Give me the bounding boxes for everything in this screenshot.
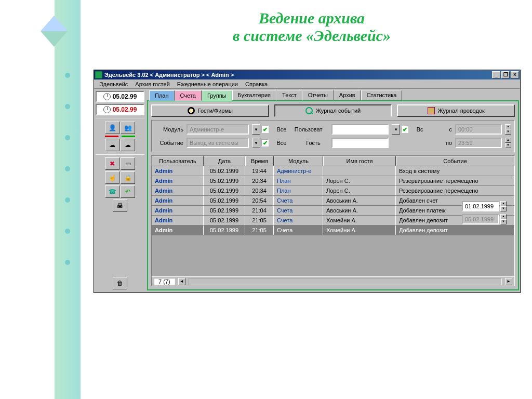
toolbar-btn-cloud2[interactable]: ☁ xyxy=(121,139,135,151)
cell-time: 21:05 xyxy=(245,216,274,225)
col-time[interactable]: Время xyxy=(245,156,274,166)
date-badge-secondary[interactable]: 05.02.99 xyxy=(96,104,144,115)
table-row[interactable]: Admin05.02.199920:54СчетаАвоськин А.Доба… xyxy=(152,196,514,206)
subtab-journal[interactable]: Журнал событий xyxy=(274,104,392,117)
tab-groups[interactable]: Группы xyxy=(202,90,232,101)
toolbar-btn-person[interactable]: 👤 xyxy=(105,122,119,134)
cell-module: Администр-е xyxy=(274,166,323,176)
to-date[interactable]: 05.02.1999 xyxy=(462,214,499,224)
cell-date: 05.02.1999 xyxy=(204,196,245,205)
tab-stats[interactable]: Статистика xyxy=(361,90,403,100)
from-date[interactable]: 01.02.1999 xyxy=(462,201,499,211)
cell-guest: Лорен С. xyxy=(323,186,396,195)
table-row[interactable]: Admin05.02.199921:04СчетаАвоськин А.Доба… xyxy=(152,206,514,216)
from-time[interactable]: 00:00 xyxy=(455,124,502,135)
slide-title: Ведение архива в системе «Эдельвейс» xyxy=(125,9,499,45)
subtab-journal-label: Журнал событий xyxy=(316,108,361,114)
app-window: Эдельвейс 3.02 < Администратор > < Admin… xyxy=(94,70,521,293)
cell-guest: Лорен С. xyxy=(323,176,396,185)
cell-time: 20:54 xyxy=(245,196,274,205)
toolbar-btn-people[interactable]: 👥 xyxy=(121,122,135,134)
clock-icon xyxy=(103,106,111,113)
date-secondary: 05.02.99 xyxy=(113,106,137,113)
window-title: Эдельвейс 3.02 < Администратор > < Admin… xyxy=(104,72,234,78)
tab-bookkeeping[interactable]: Бухгалтерия xyxy=(232,90,277,100)
module-combo[interactable]: Администр-е xyxy=(187,124,249,135)
tab-plan[interactable]: План xyxy=(149,90,175,101)
subtab-postings[interactable]: Журнал проводок xyxy=(397,104,515,117)
to-date-spin[interactable]: ▲▼ xyxy=(500,214,507,224)
scroll-left-button[interactable]: ◄ xyxy=(178,278,185,285)
module-combo-button[interactable]: ▼ xyxy=(252,124,260,135)
tab-archive[interactable]: Архив xyxy=(334,90,361,100)
toolbar-btn-print[interactable]: 🖶 xyxy=(113,200,127,212)
table-row[interactable]: Admin05.02.199919:44Администр-еВход в си… xyxy=(152,166,514,176)
col-date[interactable]: Дата xyxy=(204,156,245,166)
restore-button[interactable]: ❐ xyxy=(501,71,510,78)
cell-module: План xyxy=(274,176,323,185)
h-scrollbar[interactable] xyxy=(189,278,502,285)
tab-reports[interactable]: Отчеты xyxy=(302,90,334,100)
col-guest[interactable]: Имя гостя xyxy=(323,156,396,166)
guest-input[interactable] xyxy=(331,138,389,148)
grid-body[interactable]: Admin05.02.199919:44Администр-еВход в си… xyxy=(152,166,514,276)
cell-guest xyxy=(323,166,396,176)
toolbar-btn-pointer[interactable]: ☝ xyxy=(105,171,119,184)
printer-icon: 🖶 xyxy=(117,203,123,209)
cell-time: 20:34 xyxy=(245,176,274,185)
cell-guest: Авоськин А. xyxy=(323,206,396,215)
subtab-guests[interactable]: Гости/Фирмы xyxy=(151,104,269,117)
table-row[interactable]: Admin05.02.199920:34ПланЛорен С.Резервир… xyxy=(152,186,514,196)
from-time-spin[interactable]: ▲▼ xyxy=(505,124,511,135)
toolbar-btn-back[interactable]: ↶ xyxy=(121,185,135,198)
event-label: Событие xyxy=(155,140,183,146)
cell-module: Счета xyxy=(274,216,323,225)
table-row[interactable]: Admin05.02.199921:05СчетаХомейни А.Добав… xyxy=(152,216,514,225)
user-label: Пользоват xyxy=(295,126,321,132)
event-combo[interactable]: Выход из системы xyxy=(187,138,249,148)
col-module[interactable]: Модуль xyxy=(274,156,323,166)
col-user[interactable]: Пользователь xyxy=(152,156,204,166)
from-date-spin[interactable]: ▲▼ xyxy=(500,201,507,211)
cell-guest: Авоськин А. xyxy=(323,196,396,205)
toolbar-btn-lock[interactable]: 🔒 xyxy=(121,171,135,184)
magnifier-icon xyxy=(305,107,313,114)
subtab-postings-label: Журнал проводок xyxy=(438,108,485,114)
date-badge-primary[interactable]: 05.02.99 xyxy=(96,91,144,102)
cell-user: Admin xyxy=(152,216,204,225)
menu-daily-ops[interactable]: Ежедневные операции xyxy=(174,81,241,87)
cell-event: Резервирование перемещено xyxy=(396,186,514,195)
module-all-check[interactable]: ✔ xyxy=(261,126,269,133)
menu-help[interactable]: Справка xyxy=(242,81,271,87)
scroll-right-button[interactable]: ► xyxy=(505,278,512,285)
cell-module: Счета xyxy=(274,225,323,235)
to-time-spin[interactable]: ▲▼ xyxy=(505,138,511,148)
pointer-icon: ☝ xyxy=(109,175,116,181)
sheet-icon: ▭ xyxy=(125,161,131,167)
event-all-check[interactable]: ✔ xyxy=(261,139,269,147)
green-indicator-icon xyxy=(122,136,135,137)
tab-accounts[interactable]: Счета xyxy=(175,90,202,101)
to-time[interactable]: 23:59 xyxy=(455,138,502,148)
main-panel: План Счета Группы Бухгалтерия Текст Отче… xyxy=(146,89,520,291)
toolbar-btn-trash[interactable]: 🗑 xyxy=(113,277,127,289)
tab-text[interactable]: Текст xyxy=(276,90,302,100)
toolbar-btn-prop[interactable]: ▭ xyxy=(121,157,135,170)
toolbar-btn-cloud1[interactable]: ☁ xyxy=(105,139,119,151)
col-event[interactable]: Событие xyxy=(396,156,514,166)
close-button[interactable]: × xyxy=(511,71,519,78)
table-row[interactable]: Admin05.02.199920:34ПланЛорен С.Резервир… xyxy=(152,176,514,186)
minimize-button[interactable]: _ xyxy=(492,71,500,78)
toolbar-btn-phone[interactable]: ☎ xyxy=(105,185,119,198)
table-row[interactable]: Admin05.02.199921:05СчетаХомейни А.Добав… xyxy=(152,225,514,235)
cell-user: Admin xyxy=(152,206,204,215)
toolbar-btn-delete[interactable]: ✖ xyxy=(105,157,119,170)
user-combo[interactable] xyxy=(331,124,389,135)
menu-guest-archive[interactable]: Архив гостей xyxy=(132,81,172,87)
user-combo-button[interactable]: ▼ xyxy=(392,124,400,135)
user-all-check[interactable]: ✔ xyxy=(401,126,408,133)
event-grid: Пользователь Дата Время Модуль Имя гостя… xyxy=(151,155,515,286)
cell-user: Admin xyxy=(152,225,204,235)
event-combo-button[interactable]: ▼ xyxy=(252,138,260,148)
menu-edelweiss[interactable]: Эдельвейс xyxy=(96,81,131,87)
